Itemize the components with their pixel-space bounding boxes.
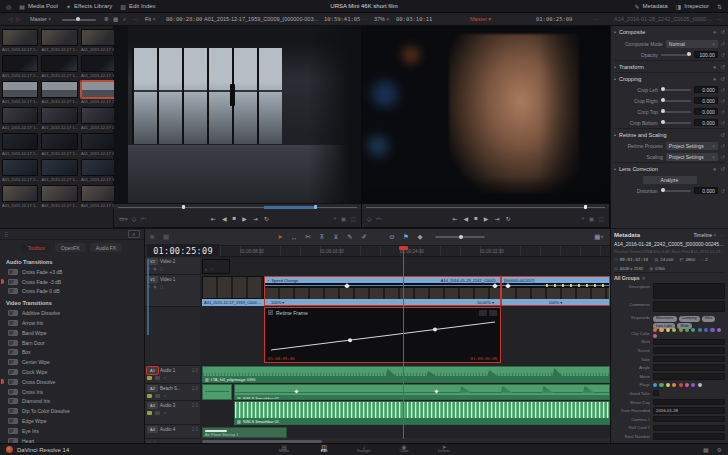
analyze-button[interactable]: Analyze bbox=[643, 176, 697, 184]
speed-bar[interactable]: 100% ▾ 50.00% ▾ bbox=[265, 299, 500, 305]
retime-checkbox[interactable]: ✓ bbox=[268, 310, 273, 315]
source-playhead-handle[interactable] bbox=[182, 205, 185, 209]
keyword-chip[interactable]: Mountains bbox=[653, 316, 677, 322]
media-clip[interactable]: A01_2015-12-17 1... bbox=[81, 159, 117, 182]
angle-input[interactable] bbox=[653, 364, 725, 371]
crop-bottom-reset-icon[interactable]: ↺ bbox=[721, 120, 725, 126]
tab-openfx[interactable]: OpenFX bbox=[55, 243, 86, 252]
metadata-view-select[interactable]: Timeline ▾ bbox=[693, 232, 716, 238]
play-button[interactable]: ▶ bbox=[242, 215, 247, 222]
inspector-options-icon[interactable]: ⋯ bbox=[717, 16, 723, 22]
retimed-clip-segment1[interactable]: ◔Speed Change A14_2016-01-28_2242_C0005_… bbox=[264, 276, 501, 306]
crop-left-value[interactable]: 0.000 bbox=[694, 86, 718, 93]
match-frame-icon[interactable]: ⌖ bbox=[333, 215, 336, 222]
gang-icon[interactable]: ◇ bbox=[132, 215, 137, 222]
metadata-button[interactable]: ✎Metadata bbox=[635, 3, 668, 10]
jog-control[interactable]: ‹•› bbox=[140, 215, 146, 221]
insert-clip-tool[interactable]: ⊼ bbox=[315, 233, 329, 241]
clip-color-swatch[interactable] bbox=[672, 328, 676, 332]
transition-item[interactable]: Diamond Iris bbox=[0, 397, 144, 407]
goto-first-frame-button[interactable]: ⇤ bbox=[211, 215, 216, 222]
flag-swatch[interactable] bbox=[691, 383, 695, 387]
track-enable-icon[interactable]: ◉ bbox=[153, 266, 157, 271]
transform-section-header[interactable]: •Transform ●↺ bbox=[614, 60, 725, 72]
media-clip[interactable]: A01_2015-12-17 1... bbox=[81, 55, 117, 78]
pen2-tool[interactable]: ✐ bbox=[357, 233, 371, 241]
tab-toolbox[interactable]: Toolbox bbox=[22, 243, 51, 252]
effects-search-icon[interactable]: ⌕ bbox=[128, 230, 140, 238]
media-clip[interactable]: A01_2015-12-17 1... bbox=[81, 107, 117, 130]
timeline-grid-icon[interactable]: ▦ bbox=[159, 233, 173, 241]
thumb-view-icon[interactable]: ▦ bbox=[113, 16, 118, 22]
composite-toggle[interactable]: ● bbox=[713, 29, 716, 35]
marker-button[interactable]: ◆ bbox=[413, 233, 427, 241]
crop-right-value[interactable]: 0.000 bbox=[694, 97, 718, 104]
media-clip[interactable]: A01_2015-12-17 1... bbox=[41, 55, 77, 78]
media-pool-options-icon[interactable]: ⋯ bbox=[133, 16, 139, 22]
flag-swatch[interactable] bbox=[685, 383, 689, 387]
source-duration[interactable]: 00:00:28:00 bbox=[166, 16, 202, 22]
retime-curve-editor[interactable]: ✓ Retime Frame 01:00:05:00 01:00:09:05 bbox=[264, 307, 501, 363]
razor-tool[interactable]: ✄ bbox=[301, 233, 315, 241]
timeline-view-options[interactable]: ▦▾ bbox=[592, 233, 606, 241]
track-header-a1[interactable]: A1Audio 12.0 ∿ bbox=[145, 366, 200, 384]
tab-audiofx[interactable]: Audio FX bbox=[90, 243, 123, 252]
timeline-playhead-handle[interactable] bbox=[584, 205, 587, 209]
track-auto-icon[interactable]: ◻ bbox=[160, 266, 163, 271]
crop-bottom-value[interactable]: 0.000 bbox=[694, 119, 718, 126]
media-pool-button[interactable]: ▤Media Pool bbox=[19, 3, 58, 10]
roll-card-input[interactable] bbox=[653, 425, 725, 432]
timeline-selector[interactable]: Master ▾ bbox=[470, 16, 491, 22]
mute-button[interactable] bbox=[147, 376, 152, 380]
jog-control[interactable]: ‹•› bbox=[376, 215, 382, 221]
opacity-value[interactable]: 100.00 bbox=[694, 51, 718, 58]
media-clip[interactable]: A01_2015-12-17 1... bbox=[41, 81, 77, 104]
metadata-group-select[interactable]: All Groups▾ bbox=[614, 273, 725, 283]
track-curve-icon[interactable]: ∿ bbox=[163, 410, 166, 415]
timeline-list-icon[interactable]: ≣ bbox=[145, 233, 159, 241]
stop-button[interactable]: ■ bbox=[233, 215, 237, 221]
source-inout-range[interactable] bbox=[264, 206, 316, 209]
compare-icon[interactable]: ◫ bbox=[598, 215, 604, 222]
transition-item[interactable]: Dip To Color Dissolve bbox=[0, 406, 144, 416]
list-view-icon[interactable]: ≣ bbox=[104, 16, 109, 22]
curve-keyframe[interactable] bbox=[433, 328, 437, 332]
audio-clip-a1[interactable]: ▥LTA_full_pilgrimage 0190 bbox=[202, 366, 610, 383]
transition-item[interactable]: Arrow Iris bbox=[0, 318, 144, 328]
clip-color-swatch[interactable] bbox=[717, 328, 721, 332]
retimed-clip-segment2[interactable]: [000000-002457] 100% ▾ bbox=[501, 276, 610, 306]
track-header-a2[interactable]: A2Beach S...2.0 ∿ bbox=[145, 384, 200, 401]
source-viewer-image[interactable] bbox=[114, 26, 361, 203]
track-header-a3[interactable]: A3Audio 32.0 ∿ bbox=[145, 401, 200, 425]
media-clip[interactable]: A01_2015-12-17 1... bbox=[41, 185, 77, 208]
mute-button[interactable] bbox=[147, 411, 152, 415]
project-settings-icon[interactable]: ⚙ bbox=[717, 446, 722, 453]
media-clip[interactable]: A01_2015-12-17 1... bbox=[81, 185, 117, 208]
search-icon[interactable]: ⌕ bbox=[123, 16, 126, 23]
transition-item[interactable]: Cross Fade -3 dB bbox=[0, 277, 144, 287]
snapping-toggle[interactable]: ⊙ bbox=[385, 233, 399, 241]
cropping-section-header[interactable]: •Cropping ●↺ bbox=[614, 72, 725, 84]
shot-input[interactable] bbox=[653, 339, 725, 346]
camera-icon[interactable]: ▣ bbox=[341, 215, 347, 222]
transform-toggle[interactable]: ● bbox=[713, 64, 716, 70]
media-clip[interactable]: A01_2015-12-17 1... bbox=[2, 81, 38, 104]
composite-section-header[interactable]: •Composite ●↺ bbox=[614, 26, 725, 38]
take-input[interactable] bbox=[653, 356, 725, 363]
description-input[interactable] bbox=[653, 283, 725, 299]
clip-color-swatch[interactable] bbox=[679, 328, 683, 332]
retime-process-select[interactable]: Project Settings▾ bbox=[666, 142, 718, 150]
speed-bar[interactable]: 100% ▾ bbox=[502, 299, 609, 305]
reel-number-input[interactable] bbox=[653, 433, 725, 440]
track-header-v2[interactable]: V2Video 2 ⊡◉◻ bbox=[145, 257, 200, 275]
track-scrollbar[interactable] bbox=[147, 259, 149, 335]
inspector-button[interactable]: ◨Inspector bbox=[676, 3, 709, 10]
media-clip[interactable]: A01_2015-12-17 1... bbox=[2, 107, 38, 130]
media-storage-icon[interactable]: ◎ bbox=[6, 3, 11, 10]
timeline-zoom-select[interactable]: 37% ▾ bbox=[374, 16, 389, 22]
loop-button[interactable]: ↻ bbox=[264, 215, 269, 222]
crop-left-slider[interactable] bbox=[661, 89, 691, 91]
trim-edit-tool[interactable]: ↔ bbox=[287, 234, 301, 241]
crop-top-value[interactable]: 0.000 bbox=[694, 108, 718, 115]
clip-color-swatch[interactable] bbox=[685, 328, 689, 332]
